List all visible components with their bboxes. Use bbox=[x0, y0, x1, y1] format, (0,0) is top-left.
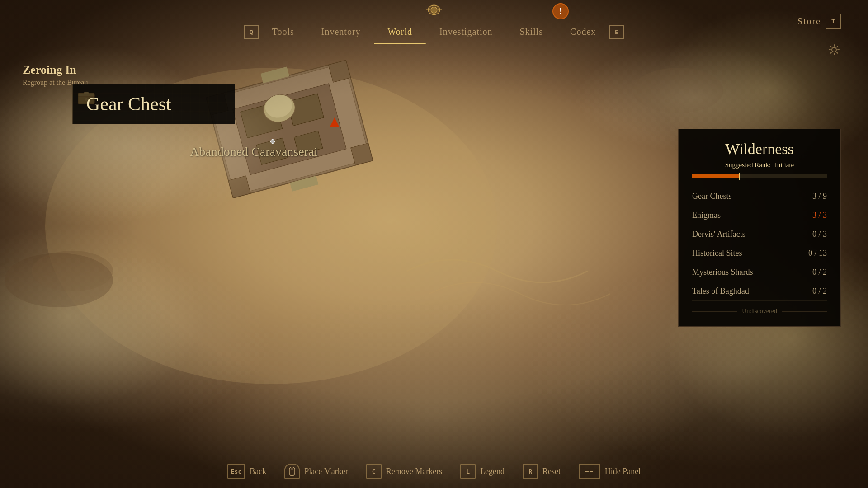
legend-key[interactable]: L bbox=[460, 464, 476, 479]
wilderness-title: Wilderness bbox=[692, 141, 827, 158]
back-label: Back bbox=[250, 467, 266, 476]
stat-label-enigmas: Enigmas bbox=[692, 211, 721, 220]
nav-key-left[interactable]: Q bbox=[244, 25, 259, 39]
rank-bar-fill bbox=[692, 174, 739, 178]
stat-label-historical: Historical Sites bbox=[692, 249, 742, 258]
nav-item-codex[interactable]: Codex bbox=[557, 23, 609, 41]
control-legend: L Legend bbox=[460, 464, 505, 479]
stat-value-shards: 0 / 2 bbox=[812, 267, 827, 277]
svg-text:!: ! bbox=[559, 7, 562, 16]
svg-point-25 bbox=[431, 7, 437, 13]
control-remove-markers: C Remove Markers bbox=[366, 464, 442, 479]
place-marker-key[interactable] bbox=[284, 464, 300, 479]
objective-marker bbox=[330, 117, 339, 127]
nav-item-investigation[interactable]: Investigation bbox=[426, 23, 506, 41]
legend-label: Legend bbox=[480, 467, 505, 476]
nav-item-inventory[interactable]: Inventory bbox=[308, 23, 374, 41]
place-marker-label: Place Marker bbox=[304, 467, 348, 476]
stat-row-historical: Historical Sites 0 / 13 bbox=[692, 244, 827, 263]
location-marker-dot bbox=[270, 139, 275, 144]
gear-chest-title: Gear Chest bbox=[86, 93, 217, 115]
hide-panel-key[interactable]: ━━ bbox=[579, 464, 600, 479]
wilderness-panel: Wilderness Suggested Rank: Initiate Gear… bbox=[678, 129, 841, 327]
control-hide-panel: ━━ Hide Panel bbox=[579, 464, 641, 479]
control-place-marker: Place Marker bbox=[284, 464, 348, 479]
bottom-controls: Esc Back Place Marker C Remove Markers L… bbox=[0, 464, 868, 479]
stat-value-gear-chests: 3 / 9 bbox=[812, 192, 827, 201]
stat-row-tales: Tales of Baghdad 0 / 2 bbox=[692, 282, 827, 301]
store-key[interactable]: T bbox=[826, 14, 841, 29]
stat-label-shards: Mysterious Shards bbox=[692, 267, 753, 277]
stat-row-artifacts: Dervis' Artifacts 0 / 3 bbox=[692, 225, 827, 244]
stat-label-artifacts: Dervis' Artifacts bbox=[692, 230, 745, 239]
store-label[interactable]: Store bbox=[797, 16, 821, 27]
svg-point-34 bbox=[291, 468, 293, 470]
suggested-rank: Suggested Rank: Initiate bbox=[692, 161, 827, 169]
stat-value-artifacts: 0 / 3 bbox=[812, 230, 827, 239]
nav-item-world[interactable]: World bbox=[374, 23, 426, 41]
remove-markers-label: Remove Markers bbox=[386, 467, 442, 476]
top-navigation: Q Tools Inventory World Investigation Sk… bbox=[0, 0, 868, 45]
rank-bar bbox=[692, 174, 827, 178]
stat-label-tales: Tales of Baghdad bbox=[692, 286, 749, 296]
quest-title: Zeroing In bbox=[23, 63, 88, 77]
stat-value-historical: 0 / 13 bbox=[808, 249, 827, 258]
back-key[interactable]: Esc bbox=[227, 464, 245, 479]
remove-markers-key[interactable]: C bbox=[366, 464, 382, 479]
stat-value-enigmas: 3 / 3 bbox=[812, 211, 827, 220]
stat-label-gear-chests: Gear Chests bbox=[692, 192, 731, 201]
store-area: Store T bbox=[797, 14, 841, 29]
stat-row-shards: Mysterious Shards 0 / 2 bbox=[692, 263, 827, 282]
settings-gear[interactable] bbox=[827, 43, 841, 59]
stat-row-gear-chests: Gear Chests 3 / 9 bbox=[692, 187, 827, 206]
hide-panel-label: Hide Panel bbox=[605, 467, 641, 476]
undiscovered-label: Undiscovered bbox=[692, 308, 827, 315]
reset-label: Reset bbox=[542, 467, 561, 476]
investigation-nav-icon: ! bbox=[552, 2, 570, 22]
control-reset: R Reset bbox=[523, 464, 561, 479]
stat-row-enigmas: Enigmas 3 / 3 bbox=[692, 206, 827, 225]
gear-chest-tooltip: Gear Chest bbox=[72, 84, 235, 124]
reset-key[interactable]: R bbox=[523, 464, 538, 479]
nav-item-skills[interactable]: Skills bbox=[506, 23, 557, 41]
nav-key-right[interactable]: E bbox=[609, 25, 624, 39]
rank-bar-marker bbox=[739, 173, 740, 180]
stat-value-tales: 0 / 2 bbox=[812, 286, 827, 296]
control-back: Esc Back bbox=[227, 464, 266, 479]
location-name: Abandoned Caravanserai bbox=[190, 145, 317, 159]
nav-items: Q Tools Inventory World Investigation Sk… bbox=[244, 23, 624, 41]
nav-item-tools[interactable]: Tools bbox=[259, 23, 308, 41]
